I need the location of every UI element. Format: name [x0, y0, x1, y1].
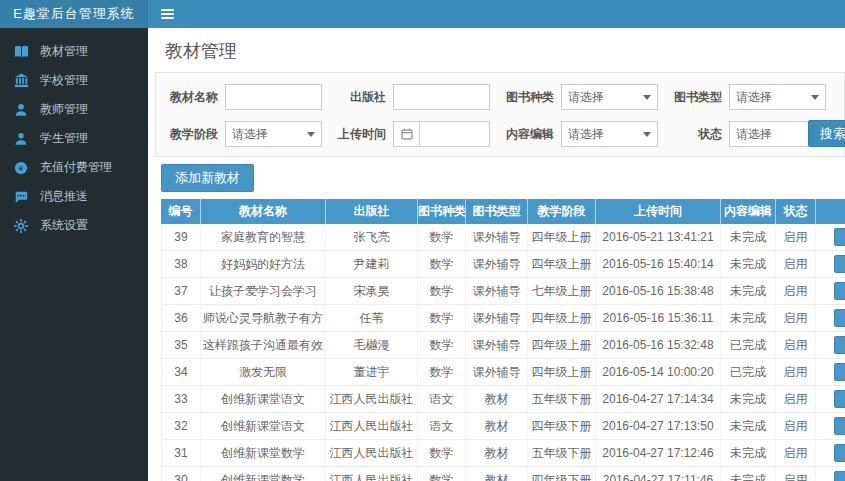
field-content-editing: 内容编辑 请选择 [500, 121, 658, 147]
sidebar-item-textbook-management[interactable]: 教材管理 [0, 37, 148, 66]
svg-text:¥: ¥ [19, 163, 24, 172]
col-textbook-name: 教材名称 [201, 199, 326, 224]
field-label: 状态 [668, 126, 722, 143]
table-cell: 未完成 [721, 251, 776, 278]
teaching-stage-select[interactable]: 请选择 [225, 121, 322, 147]
table-cell: 张飞亮 [326, 224, 418, 251]
content-editing-select[interactable]: 请选择 [561, 121, 658, 147]
sidebar-item-message-push[interactable]: 消息推送 [0, 182, 148, 211]
row-action-button[interactable] [834, 228, 845, 246]
table-row: 38好妈妈的好方法尹建莉数学课外辅导四年级上册2016-05-16 15:40:… [161, 251, 845, 278]
field-status: 状态 请选择 [668, 121, 826, 147]
table-cell: 四年级下册 [528, 413, 596, 440]
row-action-button[interactable] [834, 309, 845, 327]
calendar-icon[interactable] [393, 121, 419, 147]
table-cell-actions [816, 251, 845, 278]
sidebar-item-school-management[interactable]: 学校管理 [0, 66, 148, 95]
col-upload-time: 上传时间 [596, 199, 721, 224]
row-action-button[interactable] [834, 363, 845, 381]
sidebar-item-label: 充值付费管理 [40, 159, 112, 176]
field-label: 出版社 [332, 89, 386, 106]
col-teaching-stage: 教学阶段 [528, 199, 596, 224]
field-label: 上传时间 [332, 126, 386, 143]
table-cell: 激发无限 [201, 359, 326, 386]
table-cell: 四年级上册 [528, 224, 596, 251]
table-cell: 31 [161, 440, 201, 467]
chevron-down-icon [643, 95, 651, 100]
table-cell: 未完成 [721, 278, 776, 305]
sidebar-toggle-icon[interactable] [161, 9, 174, 19]
table-cell: 37 [161, 278, 201, 305]
row-action-button[interactable] [834, 255, 845, 273]
book-kind-select[interactable]: 请选择 [561, 84, 658, 110]
table-cell: 2016-05-16 15:32:48 [596, 332, 721, 359]
table-cell: 启用 [776, 278, 816, 305]
field-publisher: 出版社 [332, 84, 490, 110]
table-cell: 课外辅导 [466, 224, 528, 251]
row-action-button[interactable] [834, 390, 845, 408]
main-content: 教材管理 教材名称 出版社 图书种类 请选择 [148, 28, 845, 481]
select-value: 请选择 [568, 126, 639, 143]
select-value: 请选择 [568, 89, 639, 106]
student-icon [13, 131, 29, 147]
table-cell: 已完成 [721, 332, 776, 359]
row-action-button[interactable] [834, 417, 845, 435]
add-textbook-button[interactable]: 添加新教材 [161, 164, 254, 192]
sidebar-item-payment-management[interactable]: ¥ 充值付费管理 [0, 153, 148, 182]
table-cell-actions [816, 305, 845, 332]
publisher-input[interactable] [393, 84, 490, 110]
book-type-select[interactable]: 请选择 [729, 84, 826, 110]
sidebar-item-label: 消息推送 [40, 188, 88, 205]
filter-row-1: 教材名称 出版社 图书种类 请选择 图书类型 请 [164, 84, 844, 110]
table-cell: 2016-04-27 17:12:46 [596, 440, 721, 467]
row-action-button[interactable] [834, 444, 845, 462]
row-action-button[interactable] [834, 282, 845, 300]
field-book-type: 图书类型 请选择 [668, 84, 826, 110]
table-cell: 江西人民出版社 [326, 413, 418, 440]
upload-time-input[interactable] [419, 121, 490, 147]
school-icon [13, 73, 29, 89]
sidebar-item-label: 教材管理 [40, 43, 88, 60]
table-cell: 启用 [776, 386, 816, 413]
table-cell: 任苇 [326, 305, 418, 332]
book-icon [13, 44, 29, 60]
table-cell: 五年级下册 [528, 386, 596, 413]
row-action-button[interactable] [834, 471, 845, 481]
table-cell: 未完成 [721, 224, 776, 251]
field-label: 图书种类 [500, 89, 554, 106]
table-cell: 33 [161, 386, 201, 413]
table-cell: 江西人民出版社 [326, 440, 418, 467]
table-cell: 师说心灵导航教子有方 [201, 305, 326, 332]
table-cell: 四年级下册 [528, 467, 596, 481]
select-value: 请选择 [736, 126, 807, 143]
upload-time-group [393, 121, 490, 147]
table-cell: 2016-04-27 17:11:46 [596, 467, 721, 481]
table-cell: 未完成 [721, 386, 776, 413]
table-cell: 课外辅导 [466, 278, 528, 305]
table-cell: 课外辅导 [466, 251, 528, 278]
sidebar-item-teacher-management[interactable]: 教师管理 [0, 95, 148, 124]
table-cell: 已完成 [721, 359, 776, 386]
table-header-row: 编号 教材名称 出版社 图书种类 图书类型 教学阶段 上传时间 内容编辑 状态 [161, 199, 845, 224]
table-cell: 30 [161, 467, 201, 481]
search-button[interactable]: 搜索 [808, 120, 845, 147]
table-cell: 董进宇 [326, 359, 418, 386]
table-body: 39家庭教育的智慧张飞亮数学课外辅导四年级上册2016-05-21 13:41:… [161, 224, 845, 481]
table-cell: 四年级上册 [528, 305, 596, 332]
row-action-button[interactable] [834, 336, 845, 354]
table-row: 34激发无限董进宇数学课外辅导四年级上册2016-05-14 10:00:20已… [161, 359, 845, 386]
table-row: 36师说心灵导航教子有方任苇数学课外辅导四年级上册2016-05-16 15:3… [161, 305, 845, 332]
table-cell: 教材 [466, 440, 528, 467]
field-label: 教材名称 [164, 89, 218, 106]
chevron-down-icon [643, 132, 651, 137]
sidebar-item-system-settings[interactable]: 系统设置 [0, 211, 148, 240]
table-cell: 2016-04-27 17:13:50 [596, 413, 721, 440]
textbook-name-input[interactable] [225, 84, 322, 110]
table-cell: 这样跟孩子沟通最有效 [201, 332, 326, 359]
table-cell: 2016-04-27 17:14:34 [596, 386, 721, 413]
table-cell: 教材 [466, 467, 528, 481]
sidebar-item-student-management[interactable]: 学生管理 [0, 124, 148, 153]
table-cell: 数学 [418, 278, 466, 305]
table-cell: 课外辅导 [466, 305, 528, 332]
coin-icon: ¥ [13, 160, 29, 176]
